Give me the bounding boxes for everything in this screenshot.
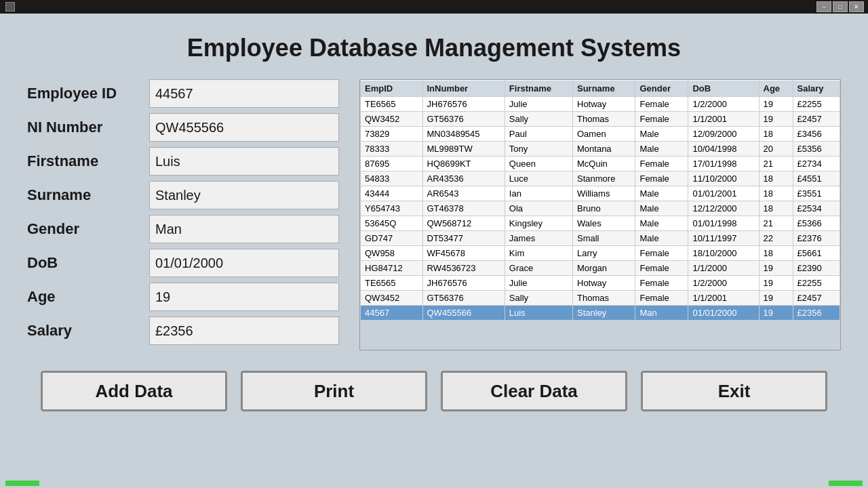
dob-label: DoB xyxy=(27,254,149,272)
add-data-button[interactable]: Add Data xyxy=(41,371,227,411)
maximize-button[interactable]: □ xyxy=(833,1,848,12)
firstname-row: Firstname xyxy=(27,147,339,176)
salary-row: Salary xyxy=(27,317,339,345)
print-button[interactable]: Print xyxy=(241,371,427,411)
salary-input[interactable] xyxy=(149,317,339,345)
table-row[interactable]: QW958WF45678KimLarryFemale18/10/200018£5… xyxy=(361,246,840,261)
table-header-salary: Salary xyxy=(793,80,840,96)
table-header-surname: Surname xyxy=(573,80,635,96)
dob-row: DoB xyxy=(27,249,339,277)
gender-input[interactable] xyxy=(149,215,339,243)
window-controls[interactable]: – □ ✕ xyxy=(816,1,864,12)
bottom-accent-right xyxy=(829,481,863,486)
table-row[interactable]: TE6565JH676576JulieHotwayFemale1/2/20001… xyxy=(361,276,840,291)
table-header-dob: DoB xyxy=(688,80,759,96)
table-row[interactable]: 43444AR6543IanWilliamsMale01/01/200118£3… xyxy=(361,186,840,201)
firstname-input[interactable] xyxy=(149,147,339,176)
employee-id-label: Employee ID xyxy=(27,85,149,102)
ni-number-input[interactable] xyxy=(149,113,339,142)
clear-data-button[interactable]: Clear Data xyxy=(441,371,627,411)
main-content: Employee ID NI Number Firstname Surname … xyxy=(0,79,868,350)
table-row[interactable]: 87695HQ8699KTQueenMcQuinFemale17/01/1998… xyxy=(361,157,840,171)
table-panel: EmpIDInNumberFirstnameSurnameGenderDoBAg… xyxy=(359,79,841,350)
table-row[interactable]: 53645QQW568712KingsleyWalesMale01/01/199… xyxy=(361,216,840,231)
app-title: Employee Database Management Systems xyxy=(0,14,868,76)
app-icon xyxy=(5,2,15,12)
ni-number-label: NI Number xyxy=(27,119,149,136)
exit-button[interactable]: Exit xyxy=(641,371,827,411)
table-header-firstname: Firstname xyxy=(505,80,572,96)
table-row[interactable]: 54833AR43536LuceStanmoreFemale11/10/2000… xyxy=(361,171,840,186)
surname-row: Surname xyxy=(27,181,339,209)
age-label: Age xyxy=(27,288,149,306)
table-row[interactable]: QW3452GT56376SallyThomasFemale1/1/200119… xyxy=(361,112,840,127)
gender-row: Gender xyxy=(27,215,339,243)
table-header-gender: Gender xyxy=(635,80,688,96)
salary-label: Salary xyxy=(27,322,149,340)
age-row: Age xyxy=(27,283,339,311)
table-row[interactable]: 73829MN03489545PaulOamenMale12/09/200018… xyxy=(361,127,840,142)
age-input[interactable] xyxy=(149,283,339,311)
table-row[interactable]: Y654743GT46378OlaBrunoMale12/12/200018£2… xyxy=(361,201,840,216)
button-bar: Add Data Print Clear Data Exit xyxy=(0,350,868,418)
table-row[interactable]: 44567QW455566LuisStanleyMan01/01/200019£… xyxy=(361,306,840,321)
employee-table: EmpIDInNumberFirstnameSurnameGenderDoBAg… xyxy=(360,80,840,321)
bottom-bar xyxy=(0,479,868,488)
firstname-label: Firstname xyxy=(27,152,149,170)
gender-label: Gender xyxy=(27,220,149,238)
surname-label: Surname xyxy=(27,186,149,204)
table-row[interactable]: TE6565JH676576JulieHotwayFemale1/2/20001… xyxy=(361,97,840,112)
dob-input[interactable] xyxy=(149,249,339,277)
table-row[interactable]: QW3452GT56376SallyThomasFemale1/1/200119… xyxy=(361,291,840,306)
bottom-accent-left xyxy=(5,481,39,486)
employee-id-input[interactable] xyxy=(149,79,339,108)
form-panel: Employee ID NI Number Firstname Surname … xyxy=(27,79,339,350)
surname-input[interactable] xyxy=(149,181,339,209)
ni-number-row: NI Number xyxy=(27,113,339,142)
table-wrapper[interactable]: EmpIDInNumberFirstnameSurnameGenderDoBAg… xyxy=(360,80,840,321)
table-header-innumber: InNumber xyxy=(422,80,505,96)
title-bar: – □ ✕ xyxy=(0,0,868,14)
close-button[interactable]: ✕ xyxy=(849,1,864,12)
table-row[interactable]: 78333ML9989TWTonyMontanaMale10/04/199820… xyxy=(361,142,840,157)
table-header-empid: EmpID xyxy=(361,80,423,96)
minimize-button[interactable]: – xyxy=(816,1,831,12)
employee-id-row: Employee ID xyxy=(27,79,339,108)
table-header-age: Age xyxy=(759,80,793,96)
table-row[interactable]: HG84712RW4536723GraceMorganFemale1/1/200… xyxy=(361,261,840,276)
table-row[interactable]: GD747DT53477JamesSmallMale10/11/199722£2… xyxy=(361,231,840,246)
